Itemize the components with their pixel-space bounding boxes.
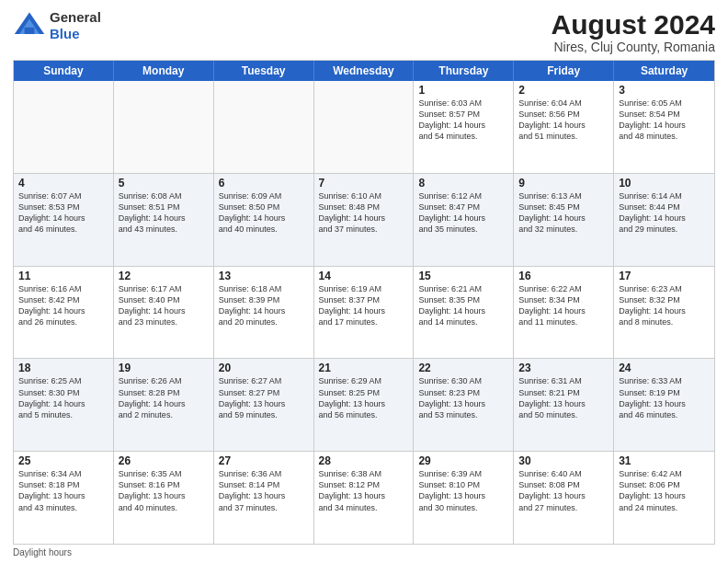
day-number: 6 (219, 177, 309, 190)
header-day-thursday: Thursday (414, 61, 514, 81)
cal-cell: 9Sunrise: 6:13 AM Sunset: 8:45 PM Daylig… (514, 174, 614, 266)
header-day-tuesday: Tuesday (214, 61, 314, 81)
cal-cell: 8Sunrise: 6:12 AM Sunset: 8:47 PM Daylig… (414, 174, 514, 266)
cell-info: Sunrise: 6:38 AM Sunset: 8:12 PM Dayligh… (319, 468, 409, 513)
cell-info: Sunrise: 6:14 AM Sunset: 8:44 PM Dayligh… (619, 190, 710, 236)
cell-info: Sunrise: 6:40 AM Sunset: 8:08 PM Dayligh… (518, 468, 609, 513)
cell-info: Sunrise: 6:17 AM Sunset: 8:40 PM Dayligh… (119, 283, 209, 328)
calendar-row-0: 1Sunrise: 6:03 AM Sunset: 8:57 PM Daylig… (14, 81, 714, 173)
cal-cell: 26Sunrise: 6:35 AM Sunset: 8:16 PM Dayli… (114, 452, 214, 544)
cell-info: Sunrise: 6:16 AM Sunset: 8:42 PM Dayligh… (18, 283, 108, 328)
calendar-header: SundayMondayTuesdayWednesdayThursdayFrid… (14, 61, 714, 81)
day-number: 25 (18, 454, 108, 467)
cal-cell: 27Sunrise: 6:36 AM Sunset: 8:14 PM Dayli… (214, 452, 314, 544)
header-day-saturday: Saturday (614, 61, 714, 81)
day-number: 19 (119, 362, 209, 374)
cell-info: Sunrise: 6:39 AM Sunset: 8:10 PM Dayligh… (418, 468, 508, 513)
cell-info: Sunrise: 6:29 AM Sunset: 8:25 PM Dayligh… (319, 375, 409, 420)
cal-cell: 5Sunrise: 6:08 AM Sunset: 8:51 PM Daylig… (114, 174, 214, 266)
cell-info: Sunrise: 6:23 AM Sunset: 8:32 PM Dayligh… (619, 283, 710, 328)
day-number: 3 (619, 84, 710, 97)
header-day-wednesday: Wednesday (314, 61, 415, 81)
day-number: 29 (418, 454, 508, 467)
cell-info: Sunrise: 6:10 AM Sunset: 8:48 PM Dayligh… (319, 190, 409, 236)
cal-cell: 3Sunrise: 6:05 AM Sunset: 8:54 PM Daylig… (614, 81, 714, 173)
cell-info: Sunrise: 6:09 AM Sunset: 8:50 PM Dayligh… (219, 190, 309, 236)
cell-info: Sunrise: 6:12 AM Sunset: 8:47 PM Dayligh… (418, 190, 508, 236)
day-number: 16 (518, 270, 609, 282)
header-day-sunday: Sunday (14, 61, 114, 81)
day-number: 21 (319, 362, 409, 374)
day-number: 22 (418, 362, 508, 374)
cal-cell: 28Sunrise: 6:38 AM Sunset: 8:12 PM Dayli… (314, 452, 415, 544)
calendar-row-1: 4Sunrise: 6:07 AM Sunset: 8:53 PM Daylig… (14, 173, 714, 266)
header-row: General Blue August 2024 Nires, Cluj Cou… (13, 9, 715, 54)
day-number: 7 (319, 177, 409, 190)
calendar-row-2: 11Sunrise: 6:16 AM Sunset: 8:42 PM Dayli… (14, 266, 714, 359)
cal-cell: 16Sunrise: 6:22 AM Sunset: 8:34 PM Dayli… (514, 267, 614, 359)
day-number: 13 (219, 270, 309, 282)
cal-cell: 13Sunrise: 6:18 AM Sunset: 8:39 PM Dayli… (214, 267, 314, 359)
cal-cell: 18Sunrise: 6:25 AM Sunset: 8:30 PM Dayli… (14, 359, 114, 451)
calendar-row-4: 25Sunrise: 6:34 AM Sunset: 8:18 PM Dayli… (14, 451, 714, 544)
cell-info: Sunrise: 6:04 AM Sunset: 8:56 PM Dayligh… (518, 98, 609, 143)
logo-text: General Blue (50, 9, 101, 42)
day-number: 8 (418, 177, 508, 190)
cal-cell: 20Sunrise: 6:27 AM Sunset: 8:27 PM Dayli… (214, 359, 314, 451)
day-number: 27 (219, 454, 309, 467)
cal-cell: 12Sunrise: 6:17 AM Sunset: 8:40 PM Dayli… (114, 267, 214, 359)
logo-general: General (50, 9, 101, 25)
cal-cell: 25Sunrise: 6:34 AM Sunset: 8:18 PM Dayli… (14, 452, 114, 544)
main-container: General Blue August 2024 Nires, Cluj Cou… (0, 0, 728, 563)
cell-info: Sunrise: 6:07 AM Sunset: 8:53 PM Dayligh… (18, 190, 108, 236)
day-number: 9 (518, 177, 609, 190)
svg-rect-2 (25, 28, 35, 34)
cal-cell (314, 81, 415, 173)
header-day-monday: Monday (114, 61, 214, 81)
day-number: 31 (619, 454, 710, 467)
cell-info: Sunrise: 6:26 AM Sunset: 8:28 PM Dayligh… (119, 375, 209, 420)
cal-cell: 4Sunrise: 6:07 AM Sunset: 8:53 PM Daylig… (14, 174, 114, 266)
cal-cell: 10Sunrise: 6:14 AM Sunset: 8:44 PM Dayli… (614, 174, 714, 266)
calendar: SundayMondayTuesdayWednesdayThursdayFrid… (13, 60, 715, 545)
location: Nires, Cluj County, Romania (552, 40, 715, 54)
cal-cell (14, 81, 114, 173)
cal-cell: 30Sunrise: 6:40 AM Sunset: 8:08 PM Dayli… (514, 452, 614, 544)
cell-info: Sunrise: 6:05 AM Sunset: 8:54 PM Dayligh… (619, 98, 710, 143)
cal-cell: 31Sunrise: 6:42 AM Sunset: 8:06 PM Dayli… (614, 452, 714, 544)
cal-cell: 17Sunrise: 6:23 AM Sunset: 8:32 PM Dayli… (614, 267, 714, 359)
cell-info: Sunrise: 6:03 AM Sunset: 8:57 PM Dayligh… (418, 98, 508, 143)
calendar-body: 1Sunrise: 6:03 AM Sunset: 8:57 PM Daylig… (14, 81, 714, 544)
day-number: 11 (18, 270, 108, 282)
cal-cell: 14Sunrise: 6:19 AM Sunset: 8:37 PM Dayli… (314, 267, 415, 359)
day-number: 2 (518, 84, 609, 97)
day-number: 15 (418, 270, 508, 282)
cell-info: Sunrise: 6:27 AM Sunset: 8:27 PM Dayligh… (219, 375, 309, 420)
month-year: August 2024 (552, 9, 715, 40)
cell-info: Sunrise: 6:36 AM Sunset: 8:14 PM Dayligh… (219, 468, 309, 513)
logo: General Blue (13, 9, 101, 42)
header-day-friday: Friday (514, 61, 614, 81)
cell-info: Sunrise: 6:08 AM Sunset: 8:51 PM Dayligh… (119, 190, 209, 236)
cal-cell: 6Sunrise: 6:09 AM Sunset: 8:50 PM Daylig… (214, 174, 314, 266)
cell-info: Sunrise: 6:13 AM Sunset: 8:45 PM Dayligh… (518, 190, 609, 236)
day-number: 20 (219, 362, 309, 374)
cell-info: Sunrise: 6:34 AM Sunset: 8:18 PM Dayligh… (18, 468, 108, 513)
cal-cell: 7Sunrise: 6:10 AM Sunset: 8:48 PM Daylig… (314, 174, 415, 266)
cal-cell: 15Sunrise: 6:21 AM Sunset: 8:35 PM Dayli… (414, 267, 514, 359)
cal-cell: 21Sunrise: 6:29 AM Sunset: 8:25 PM Dayli… (314, 359, 415, 451)
cal-cell: 23Sunrise: 6:31 AM Sunset: 8:21 PM Dayli… (514, 359, 614, 451)
cell-info: Sunrise: 6:35 AM Sunset: 8:16 PM Dayligh… (119, 468, 209, 513)
cell-info: Sunrise: 6:25 AM Sunset: 8:30 PM Dayligh… (18, 375, 108, 420)
day-number: 12 (119, 270, 209, 282)
cell-info: Sunrise: 6:19 AM Sunset: 8:37 PM Dayligh… (319, 283, 409, 328)
logo-blue: Blue (50, 26, 80, 41)
cell-info: Sunrise: 6:42 AM Sunset: 8:06 PM Dayligh… (619, 468, 710, 513)
day-number: 26 (119, 454, 209, 467)
footer-note: Daylight hours (13, 545, 715, 557)
cal-cell (114, 81, 214, 173)
day-number: 14 (319, 270, 409, 282)
cell-info: Sunrise: 6:30 AM Sunset: 8:23 PM Dayligh… (418, 375, 508, 420)
cal-cell (214, 81, 314, 173)
day-number: 10 (619, 177, 710, 190)
